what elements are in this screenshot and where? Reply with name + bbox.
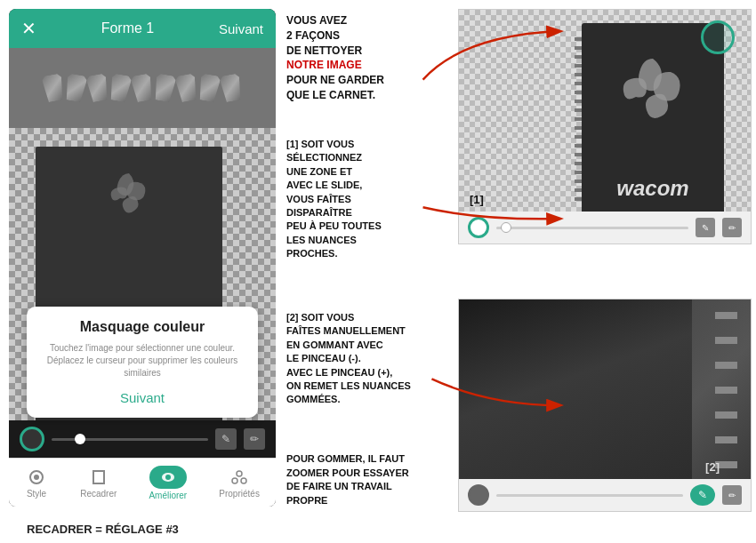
snack-bag — [220, 73, 244, 102]
popup-title: Masquage couleur — [41, 319, 244, 335]
properties-icon — [228, 467, 251, 487]
scr-bottom-circle[interactable] — [468, 484, 489, 506]
svg-point-6 — [232, 478, 237, 483]
circle-indicator — [701, 20, 735, 54]
snack-bag — [197, 73, 221, 102]
phone-header: ✕ Forme 1 Suivant — [9, 9, 276, 48]
snack-bag — [175, 73, 199, 102]
wacom-text: wacom — [586, 176, 720, 201]
screenshot-top: wacom ✎ ✏ [1] — [458, 9, 752, 244]
main-annotation: Vous avez2 façonsde nettoyernotre imagep… — [286, 13, 384, 103]
ameliorer-wrapper — [149, 466, 187, 489]
annotation-panel: Vous avez2 façonsde nettoyernotre imagep… — [286, 9, 752, 539]
snack-bag — [42, 73, 66, 102]
snack-bags — [44, 75, 241, 101]
scr-slider-thumb — [501, 222, 511, 233]
scr-bottom-brush-icon[interactable]: ✎ — [690, 484, 715, 506]
svg-rect-2 — [93, 471, 104, 483]
snack-bag — [153, 73, 177, 102]
popup-card: Masquage couleur Touchez l'image pour sé… — [27, 307, 258, 418]
tab-recadrer[interactable]: Recadrer — [80, 467, 117, 499]
footer-annotation: Pour gommer, il fautzoomer pour essayerd… — [286, 452, 409, 507]
brush-minus-icon[interactable]: ✎ — [215, 428, 237, 450]
snack-bag — [86, 73, 110, 102]
close-button[interactable]: ✕ — [21, 18, 36, 39]
recadrer-label: Recadrer — [80, 489, 117, 499]
step2-annotation: [2] Soit vousfaîtes manuellementen gomma… — [286, 311, 411, 407]
tab-style[interactable]: Style — [25, 467, 48, 499]
slider-thumb — [75, 434, 85, 444]
popup-description: Touchez l'image pour sélectionner une co… — [41, 342, 244, 379]
phone-panel: ✕ Forme 1 Suivant — [9, 9, 276, 507]
snack-bag — [131, 73, 155, 102]
scr-brush-icon[interactable]: ✎ — [696, 218, 715, 237]
header-title: Forme 1 — [101, 20, 155, 36]
brush-plus-icon[interactable]: ✏ — [244, 428, 265, 450]
tab-bar: Style Recadrer Améliorer — [9, 458, 276, 507]
svg-point-1 — [34, 475, 39, 480]
step1-annotation: [1] Soit voussélectionnezune zone etavec… — [286, 138, 382, 261]
step1-label: [1] — [470, 193, 484, 206]
scr-bottom-slider[interactable] — [496, 494, 683, 497]
popup-next-button[interactable]: Suivant — [41, 390, 244, 405]
svg-point-4 — [165, 475, 171, 480]
scr-bottom-pen-icon[interactable]: ✏ — [722, 485, 742, 505]
slider-track[interactable] — [52, 438, 208, 441]
bottom-caption: Recadrer = réglage #3 — [27, 523, 179, 536]
scr-slider[interactable] — [496, 227, 688, 229]
svg-point-5 — [237, 471, 242, 476]
bottom-slider-bar: ✎ ✏ — [9, 420, 276, 458]
ameliorer-label: Améliorer — [149, 491, 187, 500]
tab-ameliorer[interactable]: Améliorer — [149, 466, 187, 500]
screenshot-top-toolbar: ✎ ✏ — [459, 212, 751, 244]
style-icon — [25, 467, 48, 487]
proprietes-label: Propriétés — [219, 489, 260, 499]
tab-proprietes[interactable]: Propriétés — [219, 467, 260, 499]
crop-icon — [87, 467, 110, 487]
scr-pen-icon[interactable]: ✏ — [722, 218, 742, 237]
color-circle-icon[interactable] — [20, 427, 44, 451]
svg-point-7 — [241, 478, 246, 483]
snack-bag — [109, 73, 133, 102]
step2-label: [2] — [705, 460, 720, 474]
style-label: Style — [27, 489, 46, 499]
snack-bag — [64, 73, 88, 102]
next-button[interactable]: Suivant — [219, 21, 263, 36]
screenshot-bottom: ✎ ✏ [2] — [458, 299, 752, 512]
screenshot-bottom-toolbar: ✎ ✏ — [459, 479, 751, 511]
snack-row — [9, 48, 276, 128]
scr-circle-icon[interactable] — [468, 217, 489, 238]
